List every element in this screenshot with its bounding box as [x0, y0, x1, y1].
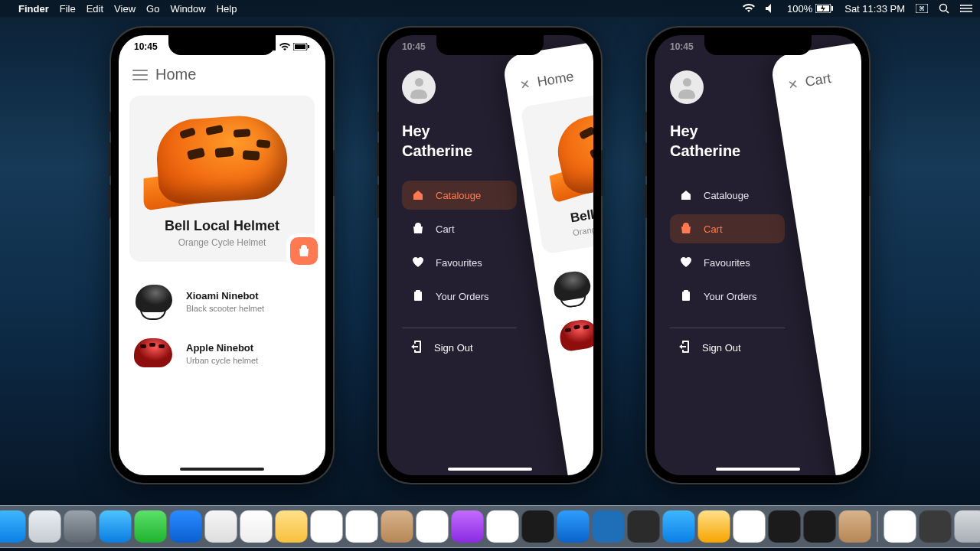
- siri-list-icon[interactable]: [960, 4, 972, 13]
- menubar-clock[interactable]: Sat 11:33 PM: [844, 3, 905, 15]
- list-item[interactable]: Xioami Ninebot Black scooter helmet: [131, 276, 313, 328]
- status-time: 10:45: [134, 41, 158, 52]
- dock-app-appstore[interactable]: [663, 510, 695, 543]
- add-to-bag-button[interactable]: [290, 237, 318, 265]
- close-icon[interactable]: ✕: [787, 77, 799, 93]
- svg-text:⌘: ⌘: [919, 5, 925, 12]
- nav-catalouge[interactable]: Catalouge: [670, 181, 785, 210]
- dock-app-vscode[interactable]: [593, 510, 625, 543]
- svg-rect-14: [267, 46, 270, 51]
- home-indicator[interactable]: [716, 468, 800, 471]
- volume-icon[interactable]: [766, 4, 776, 13]
- product-list[interactable]: Xioami Ninebot Black scooter helmet Appl…: [119, 262, 325, 380]
- dock-app-tool2[interactable]: [804, 510, 836, 543]
- signout-icon: [679, 341, 691, 355]
- user-avatar[interactable]: [402, 70, 436, 104]
- svg-rect-18: [295, 44, 305, 49]
- nav-label: Catalouge: [436, 190, 481, 201]
- dock-app-podcasts[interactable]: [452, 510, 484, 543]
- list-item[interactable]: Apple Ninebot Urban cycle helmet: [131, 328, 313, 380]
- nav-label: Favourites: [704, 257, 750, 269]
- dock-app-calendar[interactable]: [311, 510, 343, 543]
- featured-product-subtitle: Orange Cycle Helmet: [140, 237, 304, 248]
- nav-label: Cart: [704, 223, 723, 235]
- dock-app-xcode[interactable]: [557, 510, 590, 543]
- page-title: Cart: [804, 70, 832, 90]
- home-icon: [411, 188, 425, 202]
- dock-app-chrome[interactable]: [487, 510, 519, 543]
- battery-status[interactable]: 100%: [787, 3, 834, 15]
- nav-orders[interactable]: Your Orders: [670, 282, 785, 311]
- dock-app-reminders[interactable]: [346, 510, 378, 543]
- clipboard-icon: [679, 289, 693, 303]
- status-bar: 10:45: [387, 41, 593, 52]
- dock-app-sketch[interactable]: [698, 510, 730, 543]
- control-center-icon[interactable]: ⌘: [916, 4, 928, 13]
- product-thumbnail: [554, 314, 593, 354]
- status-bar: 10:45: [119, 41, 325, 52]
- dock-app-appletv[interactable]: [522, 510, 554, 543]
- dock-app-maps[interactable]: [205, 510, 237, 543]
- macos-menubar: Finder File Edit View Go Window Help 100…: [0, 0, 980, 17]
- home-indicator[interactable]: [448, 468, 532, 471]
- dock-app-messages[interactable]: [135, 510, 167, 543]
- dock-app-tool3[interactable]: [839, 510, 871, 543]
- svg-rect-21: [416, 290, 420, 292]
- nav-cart[interactable]: Cart: [670, 214, 785, 243]
- featured-product-card[interactable]: Bell Local Helmet Orange Cycle Helmet: [129, 96, 315, 262]
- dock-app-mail[interactable]: [100, 510, 132, 543]
- menu-help[interactable]: Help: [217, 3, 237, 15]
- nav-label: Your Orders: [436, 291, 489, 302]
- nav-orders[interactable]: Your Orders: [402, 282, 517, 311]
- nav-catalouge[interactable]: Catalouge: [402, 181, 517, 210]
- dock-app-finder[interactable]: [0, 510, 26, 543]
- menu-window[interactable]: Window: [170, 3, 205, 15]
- menubar-app-name[interactable]: Finder: [18, 3, 49, 15]
- signout-label: Sign Out: [702, 342, 741, 354]
- featured-product-card[interactable]: Bell Loca Orange Cy: [521, 80, 593, 255]
- dock-app-chat[interactable]: [170, 510, 202, 543]
- dock-app-safari[interactable]: [29, 510, 61, 543]
- divider: [402, 328, 517, 328]
- nav-favourites[interactable]: Favourites: [402, 248, 517, 277]
- menu-go[interactable]: Go: [146, 3, 159, 15]
- simulator-area: 10:45 Home: [0, 28, 980, 483]
- nav-cart[interactable]: Cart: [402, 214, 517, 243]
- home-indicator[interactable]: [180, 468, 264, 471]
- spotlight-icon[interactable]: [939, 3, 949, 14]
- signout-label: Sign Out: [434, 342, 473, 354]
- heart-icon: [679, 256, 693, 269]
- svg-rect-15: [270, 44, 273, 51]
- dock-app-contacts[interactable]: [381, 510, 413, 543]
- bag-icon: [679, 222, 693, 236]
- iphone-simulator-2: 10:45 Hey Catherine Catalouge: [379, 28, 601, 483]
- featured-product-image: [142, 106, 302, 214]
- dock-app-tool1[interactable]: [769, 510, 801, 543]
- user-avatar[interactable]: [670, 70, 704, 104]
- dock-app-slack[interactable]: [733, 510, 766, 543]
- dock-app-launchpad[interactable]: [64, 510, 96, 543]
- dock-app-trash[interactable]: [955, 510, 981, 543]
- nav-favourites[interactable]: Favourites: [670, 248, 785, 277]
- dock-app-doc1[interactable]: [884, 510, 916, 543]
- product-thumbnail: [131, 334, 175, 373]
- close-icon[interactable]: ✕: [519, 77, 531, 93]
- menu-view[interactable]: View: [114, 3, 136, 15]
- signout-icon: [411, 341, 423, 355]
- menu-icon[interactable]: [132, 70, 148, 80]
- menu-file[interactable]: File: [60, 3, 76, 15]
- product-title: Apple Ninebot: [186, 342, 258, 354]
- product-thumbnail: [547, 266, 590, 307]
- heart-icon: [411, 256, 425, 269]
- product-subtitle: Black scooter helmet: [186, 304, 264, 313]
- dock-app-notes[interactable]: [276, 510, 308, 543]
- dock-app-photos[interactable]: [240, 510, 273, 543]
- menu-edit[interactable]: Edit: [87, 3, 103, 15]
- page-title: Home: [155, 66, 196, 83]
- dock-app-doc2[interactable]: [920, 510, 952, 543]
- dock-app-finalcut[interactable]: [628, 510, 660, 543]
- dock-app-music[interactable]: [416, 510, 449, 543]
- wifi-icon[interactable]: [743, 4, 755, 13]
- macos-dock[interactable]: [0, 505, 980, 548]
- status-time: 10:45: [402, 41, 426, 52]
